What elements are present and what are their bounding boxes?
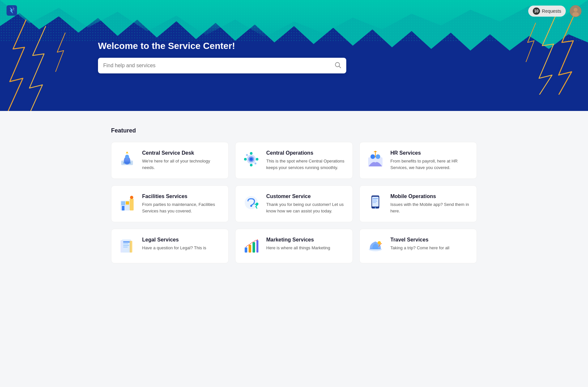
service-card-mobile-operations[interactable]: Mobile Operations Issues with the Mobile… (359, 185, 477, 222)
svg-rect-49 (123, 247, 128, 247)
svg-point-2 (572, 12, 579, 17)
card-icon-marketing-services (242, 237, 260, 255)
svg-rect-55 (256, 240, 258, 253)
svg-point-23 (254, 163, 256, 164)
card-title-facilities-services: Facilities Services (142, 194, 222, 199)
card-text-central-operations: Central Operations This is the spot wher… (266, 150, 346, 171)
search-input[interactable] (103, 63, 331, 69)
card-title-customer-service: Customer Service (266, 194, 346, 199)
card-icon-customer-service (242, 194, 260, 212)
svg-marker-14 (126, 151, 128, 153)
svg-point-17 (250, 158, 253, 161)
card-title-mobile-operations: Mobile Operations (390, 194, 470, 199)
svg-line-9 (339, 66, 341, 68)
svg-point-57 (378, 241, 381, 244)
svg-point-20 (244, 158, 247, 161)
svg-point-25 (370, 154, 375, 159)
svg-rect-54 (253, 242, 255, 253)
svg-point-22 (246, 154, 248, 156)
card-icon-mobile-operations (366, 194, 384, 212)
svg-rect-42 (373, 200, 377, 200)
card-title-central-service-desk: Central Service Desk (142, 150, 222, 156)
svg-rect-46 (123, 241, 130, 242)
svg-point-1 (574, 8, 578, 12)
card-text-marketing-services: Marketing Services Here is where all thi… (266, 237, 330, 251)
svg-rect-44 (373, 202, 376, 203)
card-desc-mobile-operations: Issues with the Mobile app? Send them in… (390, 201, 470, 214)
service-card-legal-services[interactable]: Legal Services Have a question for Legal… (111, 229, 229, 263)
user-avatar[interactable] (570, 5, 581, 17)
service-card-central-service-desk[interactable]: Central Service Desk We're here for all … (111, 142, 229, 179)
svg-point-37 (256, 203, 258, 205)
card-icon-facilities-services (118, 194, 136, 212)
card-desc-central-operations: This is the spot where Central Operation… (266, 158, 346, 171)
card-text-customer-service: Customer Service Thank you for being our… (266, 194, 346, 214)
card-desc-marketing-services: Here is where all things Marketing (266, 245, 330, 251)
requests-button[interactable]: 10 Requests (528, 6, 566, 17)
top-nav: 10 Requests (528, 5, 581, 17)
svg-point-19 (250, 164, 253, 166)
svg-rect-32 (122, 206, 124, 210)
card-icon-central-operations (242, 150, 260, 168)
main-content: Featured Central Service Desk We're here… (98, 111, 490, 283)
svg-rect-33 (130, 199, 134, 210)
search-icon (335, 62, 341, 70)
service-card-facilities-services[interactable]: Facilities Services From parties to main… (111, 185, 229, 222)
app-icon[interactable] (7, 5, 17, 17)
card-desc-central-service-desk: We're here for all of your technology ne… (142, 158, 222, 171)
service-card-customer-service[interactable]: Customer Service Thank you for being our… (235, 185, 353, 222)
card-desc-travel-services: Taking a trip? Come here for all (390, 245, 449, 251)
card-text-facilities-services: Facilities Services From parties to main… (142, 194, 222, 214)
hero-section: Welcome to the Service Center! (0, 0, 588, 111)
requests-count: 10 (533, 8, 540, 15)
hero-content: Welcome to the Service Center! (98, 41, 588, 73)
svg-rect-31 (126, 201, 129, 205)
card-icon-central-service-desk (118, 150, 136, 168)
card-title-central-operations: Central Operations (266, 150, 346, 156)
card-desc-facilities-services: From parties to maintenance, Facilities … (142, 201, 222, 214)
svg-point-21 (256, 158, 258, 161)
card-desc-hr-services: From benefits to payroll, here at HR Ser… (390, 158, 470, 171)
lightning-left-decoration (7, 16, 82, 111)
service-card-central-operations[interactable]: Central Operations This is the spot wher… (235, 142, 353, 179)
card-text-mobile-operations: Mobile Operations Issues with the Mobile… (390, 194, 470, 214)
card-title-legal-services: Legal Services (142, 237, 206, 243)
svg-rect-43 (373, 201, 377, 202)
svg-rect-50 (130, 241, 132, 253)
card-text-travel-services: Travel Services Taking a trip? Come here… (390, 237, 449, 251)
requests-label: Requests (542, 8, 561, 14)
service-card-hr-services[interactable]: HR Services From benefits to payroll, he… (359, 142, 477, 179)
service-card-marketing-services[interactable]: Marketing Services Here is where all thi… (235, 229, 353, 263)
svg-point-34 (130, 196, 133, 199)
svg-rect-47 (123, 243, 128, 244)
card-desc-legal-services: Have a question for Legal? This is (142, 245, 206, 251)
svg-marker-28 (373, 151, 377, 152)
svg-rect-51 (121, 240, 122, 253)
svg-rect-30 (121, 201, 125, 205)
card-icon-legal-services (118, 237, 136, 255)
card-icon-travel-services (366, 237, 384, 255)
service-card-travel-services[interactable]: Travel Services Taking a trip? Come here… (359, 229, 477, 263)
card-text-hr-services: HR Services From benefits to payroll, he… (390, 150, 470, 171)
svg-rect-53 (249, 245, 251, 253)
card-text-central-service-desk: Central Service Desk We're here for all … (142, 150, 222, 171)
svg-point-18 (250, 152, 253, 155)
svg-point-26 (376, 154, 380, 159)
svg-point-13 (125, 155, 129, 159)
svg-point-40 (375, 207, 376, 209)
card-text-legal-services: Legal Services Have a question for Legal… (142, 237, 206, 251)
hero-title: Welcome to the Service Center! (98, 41, 588, 51)
card-title-hr-services: HR Services (390, 150, 470, 156)
featured-section-title: Featured (111, 127, 477, 134)
svg-point-36 (250, 205, 252, 207)
search-bar[interactable] (98, 58, 346, 73)
card-title-marketing-services: Marketing Services (266, 237, 330, 243)
card-title-travel-services: Travel Services (390, 237, 449, 243)
svg-rect-48 (123, 245, 129, 246)
svg-rect-41 (373, 198, 378, 199)
service-cards-grid: Central Service Desk We're here for all … (111, 142, 477, 263)
card-desc-customer-service: Thank you for being our customer! Let us… (266, 201, 346, 214)
svg-rect-52 (245, 247, 247, 253)
card-icon-hr-services (366, 150, 384, 168)
